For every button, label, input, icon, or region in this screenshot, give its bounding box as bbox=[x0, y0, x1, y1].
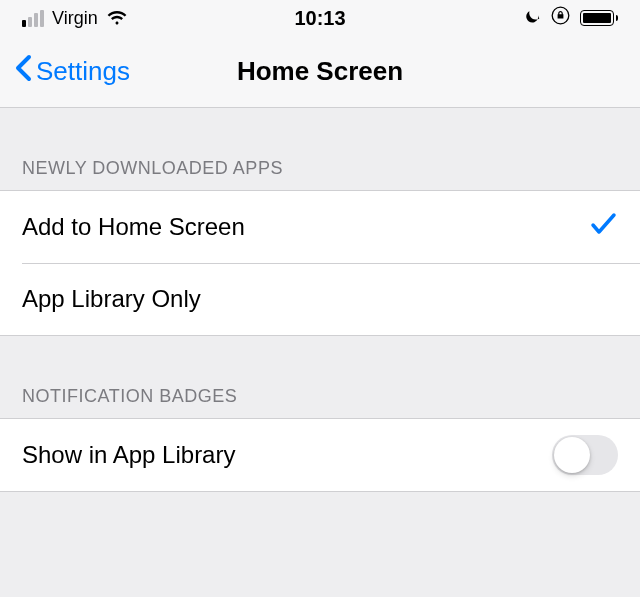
status-left: Virgin bbox=[22, 8, 128, 29]
status-time: 10:13 bbox=[294, 7, 345, 30]
do-not-disturb-icon bbox=[523, 7, 541, 30]
option-label: Add to Home Screen bbox=[22, 213, 245, 241]
status-right bbox=[523, 6, 618, 30]
option-app-library-only[interactable]: App Library Only bbox=[0, 263, 640, 335]
chevron-left-icon bbox=[14, 54, 32, 89]
back-label: Settings bbox=[36, 56, 130, 87]
back-button[interactable]: Settings bbox=[14, 54, 130, 89]
section-header-badges: NOTIFICATION BADGES bbox=[0, 336, 640, 418]
navigation-bar: Settings Home Screen bbox=[0, 36, 640, 108]
cellular-signal-icon bbox=[22, 10, 44, 27]
checkmark-icon bbox=[590, 212, 618, 242]
section-header-downloaded: NEWLY DOWNLOADED APPS bbox=[0, 108, 640, 190]
row-label: Show in App Library bbox=[22, 441, 235, 469]
wifi-icon bbox=[106, 10, 128, 26]
battery-icon bbox=[580, 10, 618, 26]
cell-group-downloaded: Add to Home Screen App Library Only bbox=[0, 190, 640, 336]
toggle-knob bbox=[554, 437, 590, 473]
page-title: Home Screen bbox=[237, 56, 403, 87]
status-bar: Virgin 10:13 bbox=[0, 0, 640, 36]
carrier-label: Virgin bbox=[52, 8, 98, 29]
cell-group-badges: Show in App Library bbox=[0, 418, 640, 492]
option-label: App Library Only bbox=[22, 285, 201, 313]
toggle-show-in-app-library[interactable] bbox=[552, 435, 618, 475]
row-show-in-app-library: Show in App Library bbox=[0, 419, 640, 491]
orientation-lock-icon bbox=[551, 6, 570, 30]
option-add-to-home-screen[interactable]: Add to Home Screen bbox=[0, 191, 640, 263]
